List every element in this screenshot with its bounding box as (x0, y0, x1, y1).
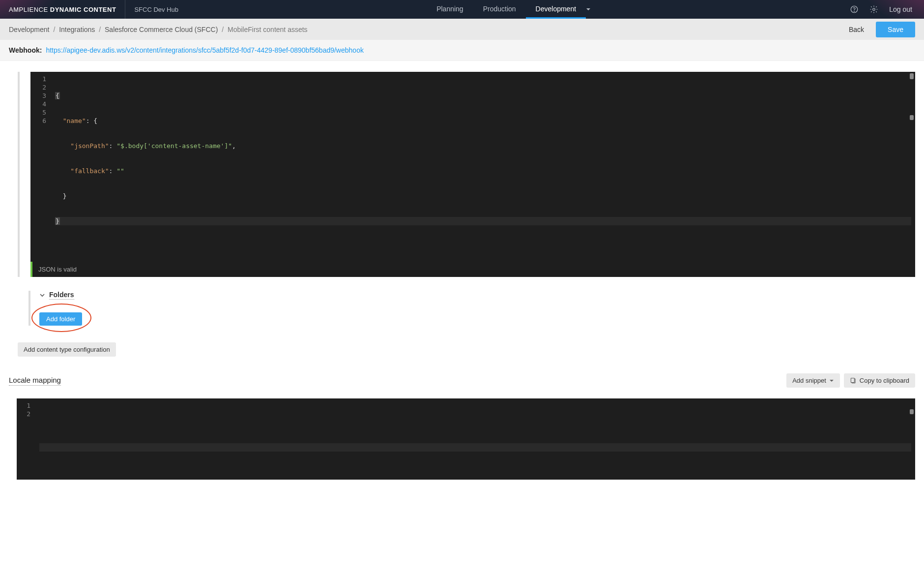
webhook-url[interactable]: https://apigee-dev.adis.ws/v2/content/in… (46, 46, 364, 54)
webhook-bar: Webhook: https://apigee-dev.adis.ws/v2/c… (0, 40, 924, 61)
scrollbar-icon[interactable] (910, 409, 914, 414)
top-nav: AMPLIENCE DYNAMIC CONTENT SFCC Dev Hub P… (0, 0, 924, 19)
crumb-integrations[interactable]: Integrations (59, 26, 95, 33)
scrollbar-icon[interactable] (910, 73, 914, 79)
caret-down-icon (829, 378, 834, 383)
editor-gutter: 1 2 3 4 5 6 (30, 72, 51, 262)
json-editor[interactable]: 1 2 3 4 5 6 { "name": { "jsonPath": "$.b… (30, 72, 915, 262)
clipboard-icon (850, 377, 857, 384)
gear-icon[interactable] (869, 5, 878, 14)
chevron-down-icon (39, 292, 45, 298)
help-icon[interactable] (850, 5, 859, 14)
crumb-sep: / (53, 26, 55, 33)
copy-clipboard-button[interactable]: Copy to clipboard (844, 373, 915, 388)
brand-light: AMPLIENCE (9, 6, 48, 13)
hub-label[interactable]: SFCC Dev Hub (125, 6, 187, 13)
save-button[interactable]: Save (876, 22, 915, 37)
locale-editor-gutter: 1 2 (17, 398, 35, 480)
json-valid-status: JSON is valid (30, 262, 915, 277)
brand-logo: AMPLIENCE DYNAMIC CONTENT (0, 6, 125, 13)
breadcrumb-bar: Development / Integrations / Salesforce … (0, 19, 924, 40)
back-link[interactable]: Back (849, 26, 864, 33)
svg-point-2 (873, 8, 875, 11)
tab-production[interactable]: Production (473, 0, 526, 19)
folders-title: Folders (49, 291, 74, 300)
breadcrumb: Development / Integrations / Salesforce … (9, 26, 308, 33)
scrollbar-icon[interactable] (910, 115, 914, 120)
main-content: 1 2 3 4 5 6 { "name": { "jsonPath": "$.b… (0, 72, 924, 499)
locale-mapping-header: Locale mapping Add snippet Copy to clipb… (9, 373, 915, 388)
folders-header[interactable]: Folders (39, 291, 915, 300)
crumb-current: MobileFirst content assets (228, 26, 308, 33)
locale-mapping-title: Locale mapping (9, 376, 61, 386)
nav-tabs: Planning Production Development (427, 0, 599, 19)
svg-point-1 (854, 11, 855, 11)
json-editor-wrap: 1 2 3 4 5 6 { "name": { "jsonPath": "$.b… (18, 72, 915, 277)
tab-planning[interactable]: Planning (427, 0, 473, 19)
editor-content[interactable]: { "name": { "jsonPath": "$.body['content… (51, 72, 915, 262)
crumb-development[interactable]: Development (9, 26, 50, 33)
add-snippet-button[interactable]: Add snippet (786, 373, 840, 388)
nav-right: Log out (838, 5, 924, 14)
folders-section: Folders Add folder (29, 291, 915, 326)
nav-caret-icon[interactable] (586, 5, 599, 13)
crumb-sep: / (222, 26, 224, 33)
brand-bold: DYNAMIC CONTENT (50, 6, 116, 13)
locale-editor[interactable]: 1 2 (17, 398, 915, 480)
add-content-type-button[interactable]: Add content type configuration (18, 342, 116, 357)
add-folder-button[interactable]: Add folder (39, 312, 82, 326)
webhook-label: Webhook: (9, 46, 42, 54)
tab-development[interactable]: Development (526, 0, 586, 19)
logout-link[interactable]: Log out (889, 5, 912, 13)
locale-editor-content[interactable] (35, 398, 915, 480)
crumb-sfcc[interactable]: Salesforce Commerce Cloud (SFCC) (105, 26, 218, 33)
crumb-sep: / (99, 26, 101, 33)
svg-rect-4 (851, 378, 854, 382)
